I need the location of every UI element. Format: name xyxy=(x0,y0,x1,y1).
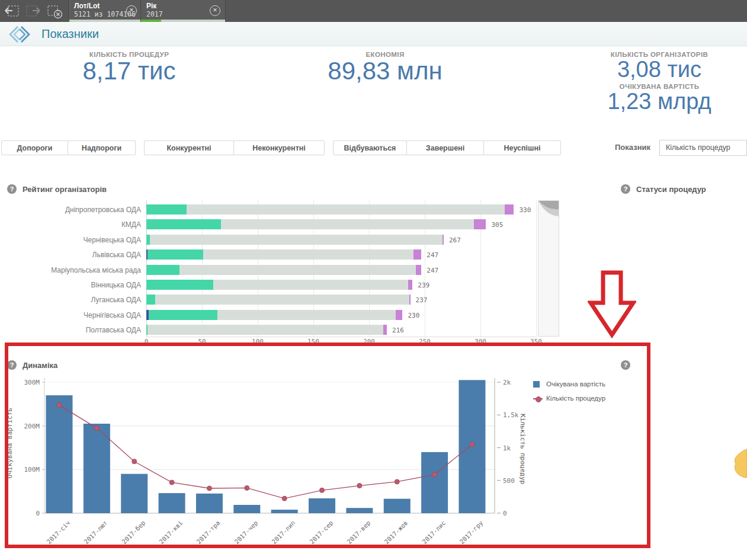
statuses-chart-title: Статуси процедур xyxy=(636,185,706,194)
segment-purple xyxy=(443,235,444,245)
segment-green xyxy=(146,219,221,229)
chart-scrollbar[interactable] xyxy=(538,200,559,337)
legend-line-swatch-icon xyxy=(533,398,543,399)
segment-gray xyxy=(221,219,474,229)
segment-gray xyxy=(150,235,443,245)
bar-value-label: 330 xyxy=(519,206,531,214)
rating-bar-row[interactable] xyxy=(146,249,421,260)
bar-value-label: 267 xyxy=(449,236,461,244)
rating-bar-row[interactable] xyxy=(146,295,411,305)
segment-gray xyxy=(213,280,408,290)
bar-value-label: 305 xyxy=(491,221,503,229)
x-axis-month-label: 2017-лют xyxy=(83,519,109,545)
bar-value-label: 237 xyxy=(416,296,428,304)
bar-value-label: 247 xyxy=(427,267,438,274)
left-axis-title: Очікувана вартість xyxy=(6,408,14,478)
rating-bar-row[interactable] xyxy=(146,310,402,320)
segment-purple xyxy=(505,204,514,215)
qlik-dashboard: Лот/Lot 5121 из 1074106 Рік 2017 Показни… xyxy=(0,0,747,560)
bar-value-label: 247 xyxy=(427,251,438,259)
segment-green xyxy=(146,265,179,275)
x-axis-month-label: 2017-лис xyxy=(421,519,447,545)
x-axis-month-label: 2017-вер xyxy=(345,519,371,545)
segment-purple xyxy=(413,249,421,260)
segment-gray xyxy=(187,204,505,215)
segment-purple xyxy=(408,280,413,290)
category-label: Луганська ОДА xyxy=(17,296,141,304)
rating-bar-row[interactable] xyxy=(146,265,421,275)
category-label: Чернівецька ОДА xyxy=(17,236,141,244)
rating-bar-row[interactable] xyxy=(146,235,444,245)
segment-green xyxy=(149,310,218,320)
category-label: Маріупольська міська рада xyxy=(17,266,141,274)
grid-line xyxy=(536,200,537,337)
x-axis-line xyxy=(146,337,536,337)
segment-green xyxy=(148,249,203,260)
x-axis-month-label: 2017-жов xyxy=(383,519,409,545)
segment-green xyxy=(146,204,187,215)
cursor-fragment xyxy=(732,449,747,479)
x-axis-month-label: 2017-сер xyxy=(308,519,334,545)
bar-value-label: 216 xyxy=(392,327,404,334)
x-axis-month-label: 2017-кві xyxy=(158,519,184,545)
dynamics-x-labels: 2017-січ2017-лют2017-бер2017-кві2017-тра… xyxy=(5,343,650,548)
x-axis-month-label: 2017-тра xyxy=(195,519,222,545)
help-icon[interactable] xyxy=(621,184,630,194)
x-axis-month-label: 2017-чер xyxy=(233,519,259,545)
x-axis-month-label: 2017-гру xyxy=(458,519,484,545)
legend-bar-swatch-icon xyxy=(533,381,540,388)
x-axis-month-label: 2017-лип xyxy=(270,519,296,545)
rating-bar-row[interactable] xyxy=(146,280,412,290)
dynamics-chart: Динаміка 300M200M100M02k1,5k1k5000 2017-… xyxy=(5,343,650,548)
category-label: Дніпропетровська ОДА xyxy=(17,206,141,214)
segment-gray xyxy=(179,265,416,275)
category-label: Чернігівська ОДА xyxy=(17,311,141,319)
segment-purple xyxy=(474,219,486,229)
x-axis-month-label: 2017-бер xyxy=(120,519,146,545)
segment-gray xyxy=(217,310,396,320)
bar-value-label: 230 xyxy=(408,312,419,319)
segment-purple xyxy=(409,295,411,305)
segment-gray xyxy=(203,249,413,260)
legend-label: Очікувана вартість xyxy=(546,380,605,388)
segment-green xyxy=(146,280,213,290)
x-axis-month-label: 2017-січ xyxy=(45,519,71,545)
category-label: Львівська ОДА xyxy=(17,251,141,259)
right-axis-title: Кількість процедур xyxy=(519,414,527,484)
category-label: Полтавська ОДА xyxy=(17,326,141,334)
segment-purple xyxy=(383,325,387,335)
rating-bar-row[interactable] xyxy=(146,325,387,335)
legend-label: Кількість процедур xyxy=(546,395,605,402)
segment-gray xyxy=(155,295,409,305)
segment-gray xyxy=(148,325,384,335)
segment-purple xyxy=(416,265,421,275)
category-label: Вінницька ОДА xyxy=(17,281,141,289)
rating-bar-row[interactable] xyxy=(146,204,514,215)
segment-green xyxy=(146,295,155,305)
segment-purple xyxy=(396,310,402,320)
bar-value-label: 239 xyxy=(418,281,429,289)
category-label: КМДА xyxy=(17,220,141,229)
rating-bar-row[interactable] xyxy=(146,219,486,229)
